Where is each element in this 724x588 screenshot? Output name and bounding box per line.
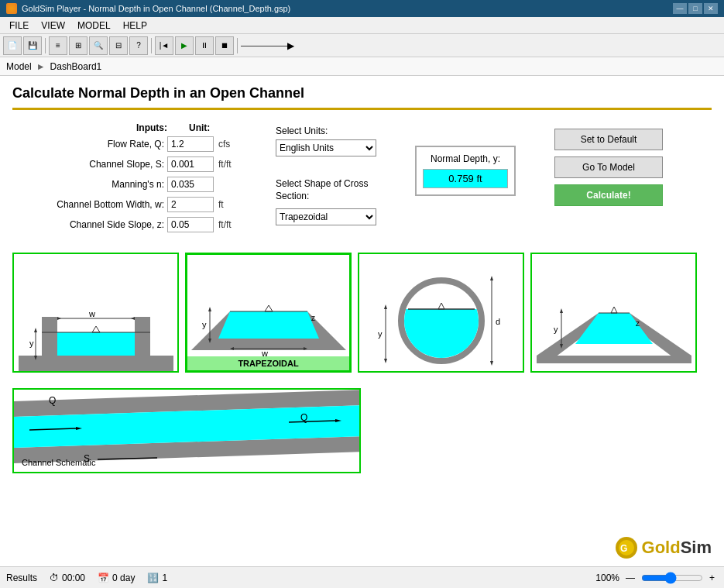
svg-marker-50	[560, 308, 563, 313]
count-value: 1	[162, 573, 167, 583]
bottom-width-unit: ft	[214, 199, 224, 210]
channel-slope-label: Channel Slope, S:	[12, 159, 167, 170]
units-select[interactable]: English Units SI Units	[276, 139, 376, 156]
toolbar-list[interactable]: ≡	[49, 36, 67, 55]
svg-text:G: G	[620, 543, 627, 554]
zoom-slider[interactable]	[641, 572, 703, 584]
status-results: Results	[6, 573, 37, 583]
calculate-button[interactable]: Calculate!	[554, 184, 663, 206]
svg-text:Q: Q	[49, 395, 56, 406]
logo-gold-text: Gold	[642, 538, 681, 558]
form-header: Inputs: Unit:	[12, 122, 260, 133]
day-value: 0 day	[112, 573, 135, 583]
menu-help[interactable]: HELP	[117, 19, 153, 33]
mannings-n-label: Manning's n:	[12, 179, 167, 190]
shape-rectangular[interactable]: w y	[12, 253, 179, 373]
svg-marker-19	[265, 305, 273, 311]
side-slope-unit: ft/ft	[214, 219, 232, 230]
status-day: 📅 0 day	[98, 573, 135, 583]
svg-text:d: d	[496, 317, 500, 326]
breadcrumb: Model ► DashBoard1	[0, 57, 724, 76]
toolbar-help[interactable]: ?	[129, 36, 148, 55]
shape-circular[interactable]: y d	[358, 253, 524, 373]
channel-slope-input[interactable]	[167, 156, 214, 172]
unit-header: Unit:	[183, 122, 229, 133]
flow-rate-unit: cfs	[214, 139, 230, 150]
menu-model[interactable]: MODEL	[71, 19, 117, 33]
shape-trapezoidal[interactable]: z y w TRAPEZOIDAL	[185, 253, 352, 373]
svg-text:y: y	[29, 339, 34, 348]
svg-text:z: z	[311, 314, 315, 322]
bottom-width-row: Channel Bottom Width, w: ft	[12, 197, 260, 212]
select-units-label: Select Units:	[276, 126, 400, 136]
bottom-width-input[interactable]	[167, 197, 214, 212]
breadcrumb-arrow: ►	[36, 61, 46, 72]
close-button[interactable]: ✕	[704, 3, 718, 14]
toolbar: 📄 💾 ≡ ⊞ 🔍 ⊟ ? |◄ ▶ ⏸ ⏹ —————— ▶	[0, 34, 724, 57]
svg-text:y: y	[554, 325, 558, 334]
maximize-button[interactable]: □	[688, 3, 702, 14]
toolbar-new[interactable]: 📄	[3, 36, 22, 55]
mannings-n-input[interactable]	[167, 177, 214, 192]
side-slope-label: Channel Side Slope, z:	[12, 219, 167, 230]
svg-point-31	[404, 284, 479, 358]
svg-marker-36	[384, 359, 387, 363]
logo-sim-text: Sim	[681, 538, 712, 558]
set-default-button[interactable]: Set to Default	[554, 129, 663, 150]
shapes-row: w y	[12, 253, 712, 373]
triangular-svg: z y	[537, 263, 691, 371]
inputs-header: Inputs:	[12, 122, 167, 133]
flow-rate-label: Flow Rate, Q:	[12, 139, 167, 150]
goldsim-logo: G Gold Sim	[614, 535, 712, 560]
toolbar-stop[interactable]: ⏹	[215, 36, 234, 55]
select-shape-label: Select Shape of Cross Section:	[276, 178, 376, 202]
side-slope-input[interactable]	[167, 217, 214, 232]
window-controls: — □ ✕	[673, 3, 718, 14]
breadcrumb-model[interactable]: Model	[6, 61, 32, 72]
rectangular-svg: w y	[19, 263, 173, 371]
svg-marker-45	[575, 313, 653, 344]
trapezoidal-svg: z y w	[191, 257, 346, 356]
minimize-button[interactable]: —	[673, 3, 687, 14]
toolbar-slider[interactable]: —————— ▶	[241, 40, 294, 51]
status-bar: Results ⏱ 00:00 📅 0 day 🔢 1 100% — +	[0, 566, 724, 588]
window-title: GoldSim Player - Normal Depth in Open Ch…	[22, 4, 673, 13]
result-panel: Normal Depth, y: 0.759 ft	[415, 122, 539, 237]
toolbar-search[interactable]: 🔍	[89, 36, 108, 55]
breadcrumb-page[interactable]: DashBoard1	[50, 61, 102, 72]
toolbar-grid[interactable]: ⊞	[69, 36, 87, 55]
page-title: Calculate Normal Depth in an Open Channe…	[12, 85, 712, 110]
goldsim-icon: G	[614, 535, 639, 560]
schematic-label: Channel Schematic	[22, 458, 95, 467]
shape-select[interactable]: Trapezoidal Rectangular Circular Triangu…	[276, 208, 376, 225]
channel-slope-unit: ft/ft	[214, 159, 232, 170]
svg-rect-44	[537, 356, 691, 363]
svg-marker-10	[34, 328, 37, 332]
svg-marker-22	[208, 307, 211, 311]
options-panel: Select Units: English Units SI Units Sel…	[276, 122, 400, 237]
svg-text:y: y	[378, 329, 383, 339]
bottom-width-label: Channel Bottom Width, w:	[12, 199, 167, 210]
svg-marker-39	[490, 276, 493, 280]
go-to-model-button[interactable]: Go To Model	[554, 156, 663, 178]
main-content: Calculate Normal Depth in an Open Channe…	[0, 76, 724, 566]
clock-icon: ⏱	[50, 573, 59, 583]
mannings-n-row: Manning's n:	[12, 177, 260, 192]
toolbar-table[interactable]: ⊟	[109, 36, 128, 55]
zoom-plus[interactable]: +	[706, 573, 718, 583]
status-time: ⏱ 00:00	[50, 573, 85, 583]
zoom-minus[interactable]: —	[623, 573, 638, 583]
svg-marker-17	[218, 311, 319, 339]
svg-text:y: y	[202, 320, 207, 329]
flow-rate-input[interactable]	[167, 136, 214, 152]
results-label: Results	[6, 573, 37, 583]
menu-file[interactable]: FILE	[3, 19, 35, 33]
svg-marker-6	[57, 317, 61, 320]
toolbar-play[interactable]: ▶	[175, 36, 194, 55]
toolbar-save[interactable]: 💾	[23, 36, 42, 55]
toolbar-pause[interactable]: ⏸	[195, 36, 214, 55]
shape-triangular[interactable]: z y	[530, 253, 697, 373]
svg-text:z: z	[636, 319, 640, 328]
toolbar-start[interactable]: |◄	[155, 36, 173, 55]
menu-view[interactable]: VIEW	[35, 19, 71, 33]
